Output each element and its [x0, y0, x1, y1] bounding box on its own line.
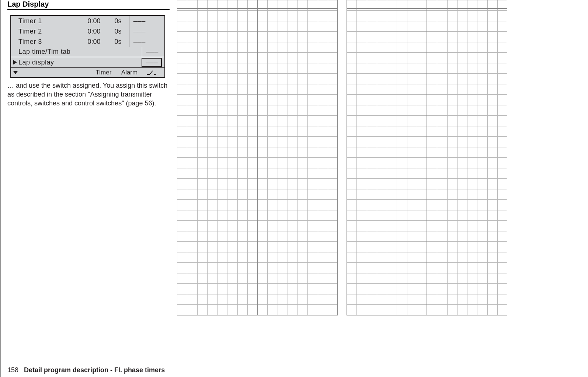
caret-down-icon [13, 71, 35, 74]
lcd-screen: Timer 1 0:00 0s ––– Timer 2 0:00 0s ––– … [10, 15, 165, 78]
timer2-sec: 0s [107, 28, 129, 35]
footer-col-timer: Timer [91, 69, 116, 76]
svg-marker-0 [13, 60, 17, 64]
switch-symbol-icon [142, 70, 162, 75]
caret-right-icon [13, 60, 18, 64]
timer2-switch: ––– [129, 26, 149, 36]
left-column: Lap Display Timer 1 0:00 0s ––– Timer 2 … [7, 0, 170, 108]
section-title: Lap Display [7, 0, 170, 10]
lcd-row-laptime: Lap time/Tim tab ––– [11, 47, 164, 57]
timer2-time: 0:00 [81, 28, 107, 35]
lcd-footer: Timer Alarm [11, 67, 164, 77]
lcd-row-lapdisplay[interactable]: Lap display ––– [11, 57, 164, 67]
laptime-label: Lap time/Tim tab [18, 48, 129, 56]
timer3-switch: ––– [129, 36, 149, 47]
lcd-row-timer2: Timer 2 0:00 0s ––– [11, 26, 164, 36]
timer3-label: Timer 3 [18, 38, 81, 46]
footer-col-alarm: Alarm [116, 69, 142, 76]
page-number: 158 [7, 366, 18, 374]
lcd-row-timer1: Timer 1 0:00 0s ––– [11, 16, 164, 26]
lapdisplay-label: Lap display [18, 59, 124, 66]
lcd-row-timer3: Timer 3 0:00 0s ––– [11, 36, 164, 47]
timer1-switch: ––– [129, 16, 149, 26]
timer3-sec: 0s [107, 38, 129, 46]
timer1-sec: 0s [107, 17, 129, 25]
page-footer: 158 Detail program description - Fl. pha… [7, 366, 165, 374]
timer1-label: Timer 1 [18, 17, 81, 25]
timer3-time: 0:00 [81, 38, 107, 46]
grid-panel-2 [347, 0, 507, 315]
svg-marker-1 [13, 71, 18, 74]
timer2-label: Timer 2 [18, 28, 81, 35]
body-paragraph: … and use the switch assigned. You assig… [7, 81, 170, 108]
timer1-time: 0:00 [81, 17, 107, 25]
lapdisplay-switch[interactable]: ––– [142, 58, 162, 67]
footer-text: Detail program description - Fl. phase t… [24, 366, 165, 374]
grid-panel-1 [177, 0, 338, 315]
laptime-switch: ––– [142, 47, 162, 57]
